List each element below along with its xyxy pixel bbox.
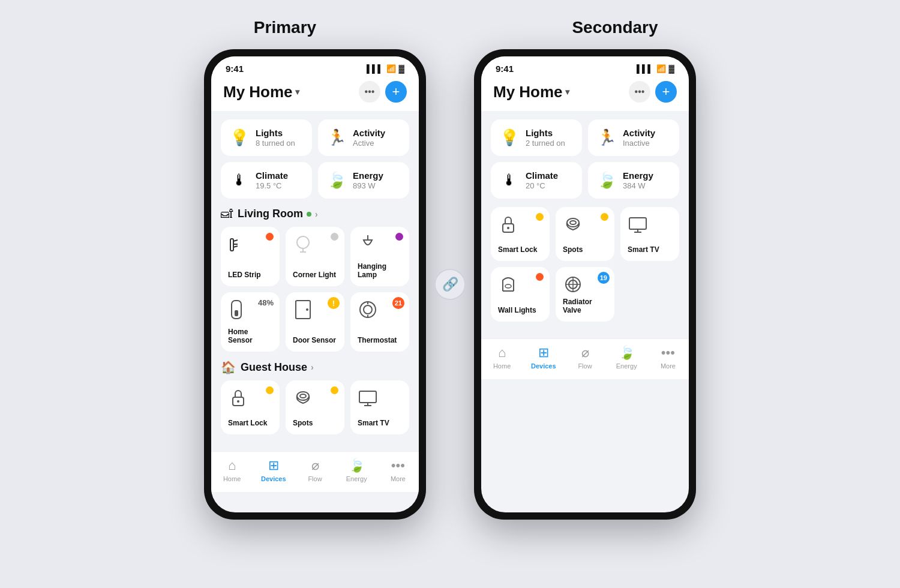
corner-light-badge <box>331 233 338 241</box>
nav-home-secondary[interactable]: ⌂ Home <box>481 345 523 370</box>
flow-nav-icon-secondary: ⌀ <box>581 345 589 361</box>
spots-badge-secondary <box>601 213 608 221</box>
smart-lock-card-primary[interactable]: Smart Lock <box>221 380 280 434</box>
energy-nav-icon-secondary: 🍃 <box>619 345 635 361</box>
smart-lock-card-secondary[interactable]: Smart Lock <box>491 207 550 261</box>
primary-screen: 9:41 ▌▌▌ 📶 ▓ My Home ▾ ••• + <box>211 56 419 512</box>
energy-summary-card-secondary[interactable]: 🍃 Energy 384 W <box>588 162 679 199</box>
guest-house-section-icon: 🏠 <box>221 360 236 374</box>
climate-summary-card[interactable]: 🌡 Climate 19.5 °C <box>221 162 312 199</box>
nav-devices-secondary[interactable]: ⊞ Devices <box>523 345 564 370</box>
svg-point-4 <box>297 236 309 248</box>
living-room-dot <box>307 212 311 217</box>
energy-text-secondary: Energy 384 W <box>623 170 653 190</box>
app-header-primary: My Home ▾ ••• + <box>211 76 419 111</box>
door-sensor-card[interactable]: ! Door Sensor <box>286 292 344 352</box>
spots-card-primary[interactable]: Spots <box>286 380 344 434</box>
lights-summary-card[interactable]: 💡 Lights 8 turned on <box>221 119 312 156</box>
devices-nav-icon-primary: ⊞ <box>268 458 279 473</box>
home-nav-icon-secondary: ⌂ <box>498 345 506 361</box>
radiator-valve-icon-secondary <box>563 274 583 298</box>
thermostat-icon <box>358 299 378 323</box>
svg-point-12 <box>306 308 308 311</box>
primary-phone: 9:41 ▌▌▌ 📶 ▓ My Home ▾ ••• + <box>204 49 426 520</box>
smart-tv-name-primary: Smart TV <box>358 419 389 427</box>
nav-more-secondary[interactable]: ••• More <box>647 345 689 370</box>
activity-label: Activity <box>353 128 385 138</box>
battery-icon: ▓ <box>399 64 404 73</box>
secondary-screen: 9:41 ▌▌▌ 📶 ▓ My Home ▾ ••• + <box>481 56 689 512</box>
guest-house-title[interactable]: Guest House › <box>241 361 314 374</box>
app-title-secondary[interactable]: My Home ▾ <box>493 83 569 101</box>
smart-lock-name-secondary: Smart Lock <box>498 245 537 254</box>
home-title-secondary: My Home <box>493 83 563 101</box>
energy-text: Energy 893 W <box>353 170 383 190</box>
more-nav-label-secondary: More <box>661 362 676 370</box>
lights-value-secondary: 2 turned on <box>526 139 565 148</box>
devices-nav-label-primary: Devices <box>261 475 286 482</box>
home-sensor-pct: 48% <box>258 298 274 307</box>
guest-house-device-grid: Smart Lock Spots <box>221 380 409 434</box>
smart-tv-card-primary[interactable]: Smart TV <box>350 380 409 434</box>
energy-icon: 🍃 <box>326 171 347 190</box>
activity-text: Activity Active <box>353 128 385 148</box>
activity-summary-card[interactable]: 🏃 Activity Active <box>318 119 409 156</box>
climate-label-secondary: Climate <box>526 170 558 181</box>
status-bar-secondary: 9:41 ▌▌▌ 📶 ▓ <box>481 56 689 76</box>
corner-light-card[interactable]: Corner Light <box>286 227 344 286</box>
add-button-secondary[interactable]: + <box>655 81 677 103</box>
nav-flow-secondary[interactable]: ⌀ Flow <box>564 345 605 370</box>
flow-nav-icon-primary: ⌀ <box>311 458 319 473</box>
svg-line-3 <box>233 246 238 247</box>
smart-lock-icon-secondary <box>498 214 518 238</box>
nav-home-primary[interactable]: ⌂ Home <box>211 458 253 482</box>
add-button-primary[interactable]: + <box>385 81 407 103</box>
thermostat-card[interactable]: 21 Thermostat <box>350 292 409 352</box>
phones-container: 9:41 ▌▌▌ 📶 ▓ My Home ▾ ••• + <box>204 49 696 520</box>
living-room-title[interactable]: Living Room › <box>238 208 318 220</box>
battery-icon-secondary: ▓ <box>669 64 674 73</box>
lights-icon: 💡 <box>229 128 250 147</box>
wall-lights-card-secondary[interactable]: Wall Lights <box>491 267 550 322</box>
climate-text: Climate 19.5 °C <box>256 170 288 190</box>
home-nav-icon-primary: ⌂ <box>228 458 236 473</box>
wall-lights-icon-secondary <box>498 274 518 298</box>
home-sensor-card[interactable]: 48% Home Sensor <box>221 292 280 352</box>
door-sensor-icon <box>293 299 313 323</box>
hanging-lamp-card[interactable]: Hanging Lamp <box>350 227 409 286</box>
energy-nav-icon-primary: 🍃 <box>349 458 365 473</box>
nav-devices-primary[interactable]: ⊞ Devices <box>253 458 294 482</box>
activity-value-secondary: Inactive <box>623 139 655 148</box>
svg-rect-0 <box>230 239 233 251</box>
app-title-primary[interactable]: My Home ▾ <box>223 83 299 101</box>
energy-nav-label-primary: Energy <box>346 475 367 482</box>
energy-summary-card[interactable]: 🍃 Energy 893 W <box>318 162 409 199</box>
svg-point-26 <box>567 218 579 227</box>
link-icon: 🔗 <box>434 269 466 300</box>
status-icons-secondary: ▌▌▌ 📶 ▓ <box>637 64 674 73</box>
radiator-valve-card-secondary[interactable]: 19 Radiator Valve <box>556 267 614 322</box>
spots-card-secondary[interactable]: Spots <box>556 207 614 261</box>
bottom-nav-secondary: ⌂ Home ⊞ Devices ⌀ Flow 🍃 Energy ••• <box>481 338 689 379</box>
led-strip-card[interactable]: LED Strip <box>221 227 280 286</box>
lights-text: Lights 8 turned on <box>256 128 295 148</box>
status-time-secondary: 9:41 <box>496 64 514 74</box>
thermostat-badge-number: 21 <box>392 297 404 309</box>
radiator-valve-name-secondary: Radiator Valve <box>563 298 607 314</box>
svg-rect-9 <box>235 310 238 316</box>
home-nav-label-primary: Home <box>223 475 241 482</box>
nav-energy-primary[interactable]: 🍃 Energy <box>336 458 377 482</box>
lights-summary-card-secondary[interactable]: 💡 Lights 2 turned on <box>491 119 582 156</box>
smart-tv-icon-primary <box>358 388 378 411</box>
smart-tv-card-secondary[interactable]: Smart TV <box>620 207 679 261</box>
activity-summary-card-secondary[interactable]: 🏃 Activity Inactive <box>588 119 679 156</box>
nav-more-primary[interactable]: ••• More <box>377 458 419 482</box>
nav-flow-primary[interactable]: ⌀ Flow <box>294 458 335 482</box>
climate-summary-card-secondary[interactable]: 🌡 Climate 20 °C <box>491 162 582 199</box>
climate-value: 19.5 °C <box>256 181 288 190</box>
nav-energy-secondary[interactable]: 🍃 Energy <box>606 345 647 370</box>
more-options-button-primary[interactable]: ••• <box>359 81 380 103</box>
more-options-button-secondary[interactable]: ••• <box>629 81 650 103</box>
activity-icon-secondary: 🏃 <box>596 128 617 147</box>
header-actions-primary: ••• + <box>359 81 407 103</box>
